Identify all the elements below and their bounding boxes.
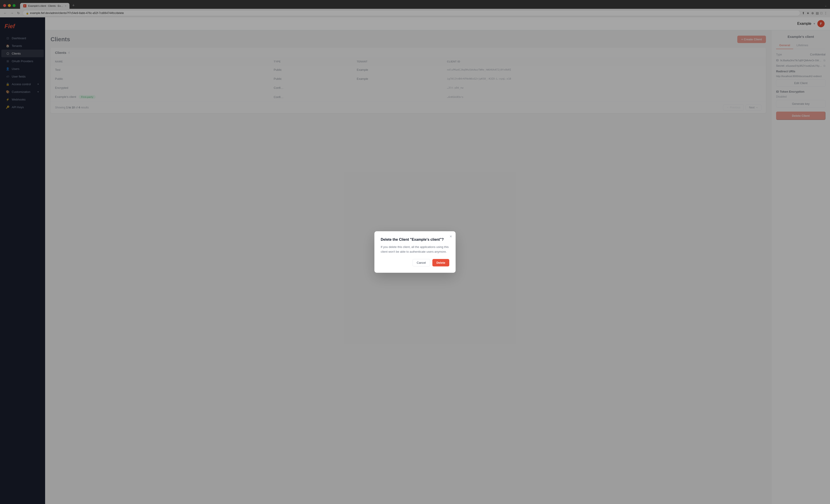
modal-body: If you delete this client, all the appli…: [381, 245, 449, 254]
cancel-button[interactable]: Cancel: [413, 259, 430, 266]
modal-title: Delete the Client "Example's client"?: [381, 238, 449, 242]
delete-client-modal: Delete the Client "Example's client"? × …: [374, 231, 456, 273]
modal-actions: Cancel Delete: [381, 259, 449, 266]
modal-overlay: Delete the Client "Example's client"? × …: [0, 0, 830, 504]
modal-close-button[interactable]: ×: [449, 234, 452, 238]
delete-button[interactable]: Delete: [433, 259, 449, 266]
